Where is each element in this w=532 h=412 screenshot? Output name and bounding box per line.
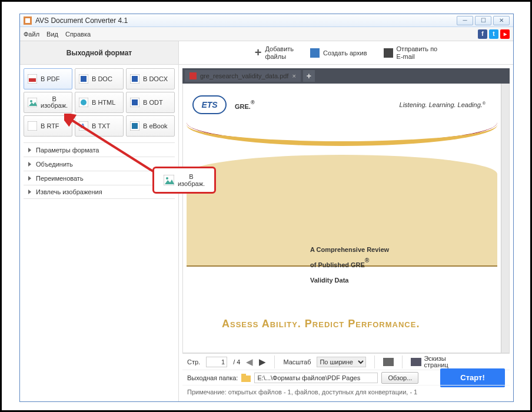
output-format-header: Выходной формат	[20, 41, 179, 64]
create-archive-button[interactable]: Создать архив	[310, 48, 367, 58]
option-format-params[interactable]: Параметры формата	[24, 142, 175, 157]
txt-icon: A	[79, 121, 88, 131]
odt-icon	[130, 98, 139, 107]
document-title: A Comprehensive Review of Published GRE®…	[310, 240, 389, 286]
archive-label: Создать архив	[323, 49, 367, 57]
chevron-right-icon	[28, 162, 31, 167]
document-tab[interactable]: gre_research_validity_data.pdf ×	[185, 70, 301, 82]
svg-text:A: A	[81, 122, 85, 129]
svg-rect-13	[132, 99, 138, 105]
thumbnails-button[interactable]: Эскизы страниц	[411, 355, 448, 368]
zoom-select[interactable]: По ширине	[317, 357, 366, 367]
ebook-icon	[130, 121, 139, 131]
html-icon	[79, 98, 88, 107]
svg-rect-20	[241, 376, 251, 382]
navigation-bar: Стр. / 4 ◀ ▶ Масштаб По ширине Эскизы ст…	[182, 353, 510, 370]
svg-rect-3	[29, 78, 36, 82]
tab-label: gre_research_validity_data.pdf	[200, 72, 288, 79]
tagline: Listening. Learning. Leading.®	[400, 101, 486, 108]
format-odt[interactable]: В ODT	[126, 92, 175, 113]
page-total: / 4	[233, 358, 240, 366]
gre-logo: GRE.®	[235, 97, 255, 112]
chevron-right-icon	[28, 176, 31, 181]
page-input[interactable]	[206, 357, 227, 367]
youtube-icon[interactable]: ▸	[500, 29, 510, 39]
zoom-label: Масштаб	[283, 358, 311, 366]
scrollbar[interactable]	[501, 84, 509, 353]
svg-rect-19	[189, 72, 197, 79]
facebook-icon[interactable]: f	[478, 29, 487, 39]
archive-icon	[310, 48, 320, 58]
page-label: Стр.	[187, 358, 200, 366]
image-icon	[28, 98, 37, 107]
plus-icon: +	[255, 46, 262, 59]
start-button[interactable]: Старт!	[440, 368, 505, 387]
chevron-right-icon	[28, 190, 31, 194]
new-tab-button[interactable]: +	[303, 70, 315, 82]
chevron-right-icon	[28, 148, 31, 152]
minimize-button[interactable]: ─	[457, 16, 473, 25]
folder-icon	[241, 374, 251, 382]
ets-logo: ETS	[192, 95, 227, 114]
format-ebook[interactable]: В eBook	[126, 115, 175, 137]
next-page-button[interactable]: ▶	[259, 357, 266, 367]
add-files-button[interactable]: + Добавить файлы	[255, 45, 294, 59]
document-subtitle: Assess Ability. Predict Performance.	[222, 318, 497, 330]
svg-rect-21	[241, 374, 246, 376]
add-files-label: Добавить файлы	[265, 45, 294, 59]
svg-point-9	[30, 100, 32, 102]
menu-view[interactable]: Вид	[46, 31, 58, 38]
thumbnails-icon	[411, 358, 421, 366]
tabbar: gre_research_validity_data.pdf × +	[182, 68, 510, 84]
svg-rect-1	[25, 18, 30, 23]
output-row: Выходная папка: Обзор... Старт!	[182, 370, 510, 385]
menu-help[interactable]: Справка	[65, 31, 91, 38]
format-doc[interactable]: В DOC	[75, 68, 124, 89]
print-icon[interactable]	[383, 358, 394, 366]
svg-rect-5	[81, 76, 87, 82]
output-path-input[interactable]	[254, 373, 378, 383]
browse-button[interactable]: Обзор...	[381, 372, 418, 384]
pdf-icon	[28, 74, 37, 84]
twitter-icon[interactable]: t	[489, 29, 498, 39]
email-icon	[384, 48, 393, 58]
prev-page-button[interactable]: ◀	[246, 357, 253, 367]
svg-point-24	[166, 177, 168, 180]
email-label: Отправить по E-mail	[397, 45, 438, 59]
svg-rect-7	[132, 76, 138, 82]
format-image[interactable]: Визображ.	[24, 92, 72, 113]
docx-icon	[130, 74, 139, 84]
svg-rect-18	[132, 123, 138, 129]
annotation-callout: Визображ.	[152, 167, 216, 194]
doc-icon	[79, 74, 88, 84]
menu-file[interactable]: Файл	[24, 31, 39, 38]
svg-rect-14	[28, 121, 37, 131]
close-button[interactable]: ✕	[493, 16, 510, 25]
format-txt[interactable]: AВ TXT	[75, 115, 124, 137]
rtf-icon	[28, 121, 37, 131]
pdf-tab-icon	[189, 72, 197, 79]
titlebar: AVS Document Converter 4.1 ─ ☐ ✕	[20, 14, 513, 27]
thumbnails-label: Эскизы страниц	[424, 355, 448, 368]
main-panel: gre_research_validity_data.pdf × + ETS G…	[179, 65, 513, 401]
format-docx[interactable]: В DOCX	[126, 68, 175, 89]
format-rtf[interactable]: В RTF	[24, 115, 72, 137]
format-html[interactable]: В HTML	[75, 92, 124, 113]
tab-close-icon[interactable]: ×	[292, 72, 295, 79]
send-email-button[interactable]: Отправить по E-mail	[384, 45, 438, 59]
status-note: Примечание: открытых файлов - 1, файлов,…	[182, 385, 510, 398]
format-pdf[interactable]: В PDF	[24, 68, 72, 89]
image-icon	[164, 175, 174, 185]
document-preview: ETS GRE.® Listening. Learning. Leading.®…	[187, 87, 497, 349]
app-icon	[24, 16, 32, 25]
menubar: Файл Вид Справка f t ▸	[20, 27, 513, 41]
app-window: AVS Document Converter 4.1 ─ ☐ ✕ Файл Ви…	[19, 14, 514, 402]
output-label: Выходная папка:	[187, 374, 238, 381]
toolbar: Выходной формат + Добавить файлы Создать…	[20, 41, 513, 65]
svg-point-11	[81, 99, 87, 105]
sidebar: В PDF В DOC В DOCX Визображ. В HTML В OD…	[20, 65, 179, 401]
window-title: AVS Document Converter 4.1	[35, 16, 457, 25]
maximize-button[interactable]: ☐	[475, 16, 491, 25]
